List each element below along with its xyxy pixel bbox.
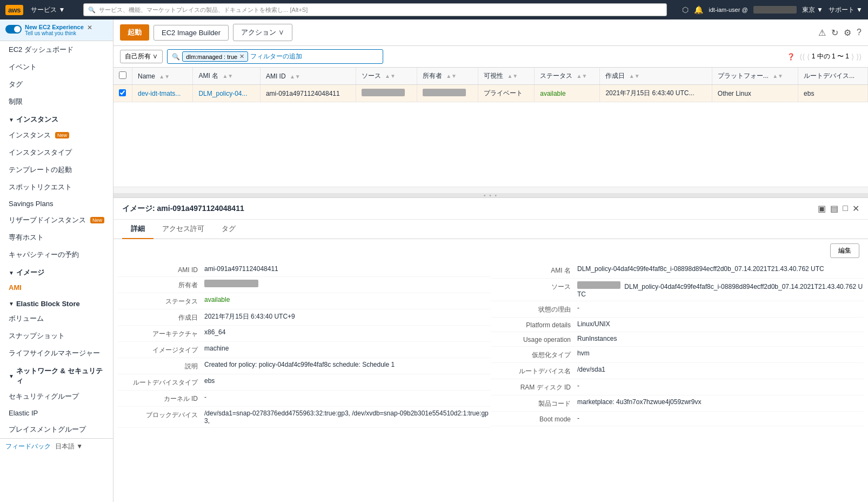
feedback-link[interactable]: フィードバック (5, 442, 51, 451)
aws-logo: aws (5, 5, 23, 15)
chevron-down-icon-2: ▼ (9, 270, 14, 276)
value-created: 2021年7月15日 6:43:40 UTC+9 (204, 312, 491, 321)
detail-icon-2[interactable]: ▤ (830, 203, 838, 214)
value-product-code: marketplace: 4u3fn7ox7hzwue4j059zwr9vx (577, 398, 864, 406)
label-virt-type: 仮想化タイプ (491, 349, 577, 360)
sidebar-item-dashboard[interactable]: EC2 ダッシュボード (0, 41, 113, 58)
sidebar-item-lifecycle-manager[interactable]: ライフサイクルマネージャー (0, 345, 113, 362)
cell-status: available (535, 85, 600, 102)
value-arch: x86_64 (204, 328, 491, 336)
prev-page-icon[interactable]: ⟨ (807, 52, 810, 61)
value-usage-operation: RunInstances (577, 335, 864, 342)
sidebar-item-volumes[interactable]: ボリューム (0, 310, 113, 327)
divider-handle[interactable]: • • • (113, 193, 868, 197)
top-nav: aws サービス ▼ 🔍 サービス、機能、マーケットプレイスの製品、ドキュメント… (0, 0, 868, 19)
table-row[interactable]: dev-idt-tmats... DLM_policy-04... ami-09… (113, 85, 868, 102)
support-button[interactable]: サポート ▼ (829, 5, 863, 15)
user-label: idt-iam-user @ (709, 6, 747, 13)
edit-button[interactable]: 編集 (830, 243, 859, 258)
filter-search[interactable]: 🔍 dlm:managed : true ✕ フィルターの追加 (167, 49, 383, 64)
detail-icon-3[interactable]: □ (843, 203, 848, 214)
filter-remove-icon[interactable]: ✕ (239, 53, 244, 60)
tab-access[interactable]: アクセス許可 (153, 220, 213, 239)
select-all-checkbox[interactable] (119, 71, 126, 79)
search-placeholder: サービス、機能、マーケットプレイスの製品、ドキュメントを検索し... [Alt+… (99, 6, 308, 14)
value-image-type: machine (204, 345, 491, 352)
label-platform-details: Platform details (491, 320, 577, 329)
sidebar-item-spot-requests[interactable]: スポットリクエスト (0, 179, 113, 196)
sidebar-item-capacity-reservations[interactable]: キャパシティーの予約 (0, 246, 113, 263)
section-images-label: イメージ (16, 268, 44, 278)
warning-icon[interactable]: ⚠ (818, 28, 826, 38)
detail-row-usage-operation: Usage operation RunInstances (491, 332, 864, 347)
toolbar-icons: ⚠ ↻ ⚙ ? (818, 28, 862, 38)
detail-row-source: ソース DLM_policy-04daf4c99fe4faf8c_i-08898… (491, 279, 864, 301)
sidebar-item-elastic-ip[interactable]: Elastic IP (0, 405, 113, 421)
lang-selector[interactable]: 日本語 ▼ (55, 442, 83, 451)
label-ami-id: AMI ID (118, 265, 204, 274)
detail-row-ram-disk-id: RAM ディスク ID - (491, 379, 864, 395)
sidebar-item-instance-types[interactable]: インスタンスタイプ (0, 144, 113, 161)
owner-dropdown-label: 自己所有 ∨ (125, 52, 158, 61)
sidebar-section-ebs[interactable]: ▼ Elastic Block Store (0, 295, 113, 310)
cell-name[interactable]: dev-idt-tmats... (132, 85, 193, 102)
ami-table: Name ▲▼ AMI 名 ▲▼ AMI ID ▲▼ ソース ▲▼ 所有者 ▲▼… (113, 68, 868, 187)
sidebar-item-security-groups[interactable]: セキュリティグループ (0, 388, 113, 405)
first-page-icon[interactable]: ⟨⟨ (799, 52, 805, 61)
sidebar-item-limits[interactable]: 制限 (0, 93, 113, 110)
bell-icon[interactable]: 🔔 (694, 5, 703, 14)
detail-row-kernel-id: カーネル ID - (118, 391, 491, 407)
value-root-device-name: /dev/sda1 (577, 366, 864, 373)
settings-icon[interactable]: ⚙ (844, 28, 851, 38)
sidebar-item-launch-templates[interactable]: テンプレートの起動 (0, 161, 113, 179)
owner-dropdown[interactable]: 自己所有 ∨ (120, 50, 163, 63)
label-usage-operation: Usage operation (491, 335, 577, 344)
sidebar-item-snapshots[interactable]: スナップショット (0, 327, 113, 345)
sidebar-item-reserved-instances[interactable]: リザーブドインスタンス New (0, 212, 113, 229)
sidebar-section-images[interactable]: ▼ イメージ (0, 263, 113, 280)
detail-row-root-device-name: ルートデバイス名 /dev/sda1 (491, 363, 864, 379)
sidebar-item-tags[interactable]: タグ (0, 76, 113, 93)
sidebar-item-instances[interactable]: インスタンス New (0, 127, 113, 144)
col-ami-id: AMI ID ▲▼ (260, 68, 356, 85)
new-exp-title: New EC2 Experience (25, 24, 84, 30)
last-page-icon[interactable]: ⟩⟩ (856, 52, 862, 61)
detail-icon-4[interactable]: ✕ (852, 203, 859, 214)
detail-icon-1[interactable]: ▣ (818, 203, 826, 214)
global-search[interactable]: 🔍 サービス、機能、マーケットプレイスの製品、ドキュメントを検索し... [Al… (83, 3, 667, 16)
new-exp-toggle[interactable] (5, 25, 22, 34)
filter-add-label[interactable]: フィルターの追加 (250, 52, 302, 61)
tab-tags[interactable]: タグ (213, 220, 244, 239)
cloud-icon[interactable]: ⬡ (682, 5, 689, 14)
detail-right-col: AMI 名 DLM_policy-04daf4c99fe4faf8c_i-088… (491, 262, 864, 428)
launch-button[interactable]: 起動 (120, 24, 149, 41)
next-page-icon[interactable]: ⟩ (851, 52, 854, 61)
sidebar-item-events[interactable]: イベント (0, 58, 113, 76)
detail-row-block-device: ブロックデバイス /dev/sda1=snap-0278376edd475596… (118, 407, 491, 428)
row-checkbox[interactable] (119, 89, 126, 96)
sidebar-item-ami[interactable]: AMI (0, 280, 113, 295)
cell-ami-name[interactable]: DLM_policy-04... (193, 85, 260, 102)
sidebar-item-savings-plans[interactable]: Savings Plans (0, 196, 113, 212)
pagination: ⟨⟨ ⟨ 1 中の 1 〜 1 ⟩ ⟩⟩ (799, 52, 862, 61)
image-builder-button[interactable]: EC2 Image Builder (153, 25, 229, 41)
sidebar-item-placement-groups[interactable]: プレイスメントグループ (0, 421, 113, 438)
detail-row-product-code: 製品コード marketplace: 4u3fn7ox7hzwue4j059zw… (491, 395, 864, 412)
detail-title: イメージ: ami-091a4971124048411 (122, 204, 244, 214)
search-icon-filter: 🔍 (172, 53, 180, 61)
refresh-icon[interactable]: ↻ (831, 28, 838, 38)
label-ami-name: AMI 名 (491, 265, 577, 275)
sidebar-section-network[interactable]: ▼ ネットワーク & セキュリティ (0, 362, 113, 388)
tab-details[interactable]: 詳細 (122, 220, 153, 239)
new-exp-banner: New EC2 Experience Tell us what you thin… (0, 19, 113, 41)
region-button[interactable]: 東京 ▼ (802, 5, 823, 15)
sidebar-item-dedicated-hosts[interactable]: 専有ホスト (0, 229, 113, 246)
actions-button[interactable]: アクション ∨ (233, 24, 292, 41)
services-button[interactable]: サービス ▼ (28, 3, 68, 17)
help-icon[interactable]: ? (857, 28, 862, 38)
close-icon[interactable]: ✕ (87, 24, 92, 31)
value-state-reason: - (577, 304, 864, 312)
value-status: available (204, 296, 491, 303)
help-icon-filter[interactable]: ❓ (787, 53, 795, 61)
sidebar-section-instances[interactable]: ▼ インスタンス (0, 110, 113, 127)
